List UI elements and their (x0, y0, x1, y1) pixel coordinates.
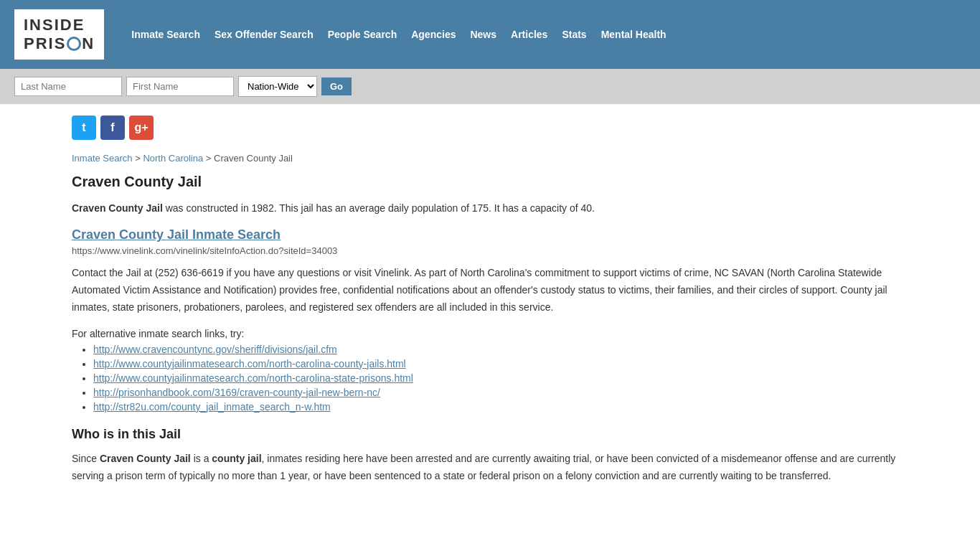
who-paragraph: Since Craven County Jail is a county jai… (72, 451, 908, 485)
nav-people-search[interactable]: People Search (322, 26, 403, 43)
intro-jail-name-bold: Craven County Jail (72, 202, 163, 214)
last-name-input[interactable] (14, 77, 122, 96)
facebook-icon[interactable]: f (100, 116, 125, 140)
list-item: http://str82u.com/county_jail_inmate_sea… (93, 401, 908, 413)
breadcrumb-sep-2: > (206, 153, 214, 164)
scope-select[interactable]: Nation-Wide (238, 76, 317, 97)
breadcrumb-current: Craven County Jail (214, 153, 293, 164)
logo-inside-text: INSIDE (24, 16, 95, 34)
vinelink-url: https://www.vinelink.com/vinelink/siteIn… (72, 245, 908, 256)
site-logo[interactable]: INSIDE PRISN (14, 9, 104, 60)
nav-sex-offender-search[interactable]: Sex Offender Search (209, 26, 319, 43)
header: INSIDE PRISN Inmate Search Sex Offender … (0, 0, 980, 69)
logo-p: PRIS (24, 34, 66, 53)
list-item: http://prisonhandbook.com/3169/craven-co… (93, 387, 908, 398)
breadcrumb: Inmate Search > North Carolina > Craven … (72, 153, 908, 164)
main-content: Inmate Search > North Carolina > Craven … (0, 146, 980, 506)
alt-link-4[interactable]: http://prisonhandbook.com/3169/craven-co… (93, 387, 380, 398)
alt-links-label: For alternative inmate search links, try… (72, 328, 908, 339)
nav-stats[interactable]: Stats (556, 26, 592, 43)
inmate-search-link[interactable]: Craven County Jail Inmate Search (72, 227, 281, 242)
main-nav: Inmate Search Sex Offender Search People… (126, 26, 672, 43)
breadcrumb-sep-1: > (135, 153, 143, 164)
page-title: Craven County Jail (72, 174, 908, 190)
list-item: http://www.cravencountync.gov/sheriff/di… (93, 344, 908, 355)
alt-links-list: http://www.cravencountync.gov/sheriff/di… (72, 344, 908, 413)
social-icons: t f g+ (0, 104, 980, 146)
intro-paragraph: Craven County Jail was constructed in 19… (72, 200, 908, 216)
who-text-1: Since (72, 453, 100, 464)
alt-link-2[interactable]: http://www.countyjailinmatesearch.com/no… (93, 358, 406, 369)
google-plus-icon[interactable]: g+ (129, 116, 154, 140)
who-text-2: is a (191, 453, 212, 464)
who-jail-bold: Craven County Jail (100, 453, 191, 464)
list-item: http://www.countyjailinmatesearch.com/no… (93, 358, 908, 369)
list-item: http://www.countyjailinmatesearch.com/no… (93, 372, 908, 384)
alt-link-1[interactable]: http://www.cravencountync.gov/sheriff/di… (93, 344, 337, 355)
nav-agencies[interactable]: Agencies (405, 26, 461, 43)
logo-o-circle (67, 37, 81, 51)
go-button[interactable]: Go (321, 77, 352, 95)
breadcrumb-north-carolina[interactable]: North Carolina (143, 153, 203, 164)
inmate-search-heading: Craven County Jail Inmate Search (72, 227, 908, 242)
alt-link-5[interactable]: http://str82u.com/county_jail_inmate_sea… (93, 401, 331, 413)
first-name-input[interactable] (126, 77, 234, 96)
breadcrumb-inmate-search[interactable]: Inmate Search (72, 153, 133, 164)
nav-mental-health[interactable]: Mental Health (595, 26, 672, 43)
contact-paragraph: Contact the Jail at (252) 636-6619 if yo… (72, 265, 908, 316)
search-bar: Nation-Wide Go (0, 69, 980, 104)
twitter-icon[interactable]: t (72, 116, 96, 140)
nav-articles[interactable]: Articles (505, 26, 553, 43)
intro-rest: was constructed in 1982. This jail has a… (163, 202, 595, 214)
nav-inmate-search[interactable]: Inmate Search (126, 26, 206, 43)
who-section-title: Who is in this Jail (72, 427, 908, 442)
who-county-bold: county jail (212, 453, 261, 464)
logo-n: N (82, 34, 95, 53)
nav-news[interactable]: News (464, 26, 502, 43)
logo-prison-text: PRISN (24, 34, 95, 53)
alt-link-3[interactable]: http://www.countyjailinmatesearch.com/no… (93, 372, 413, 384)
